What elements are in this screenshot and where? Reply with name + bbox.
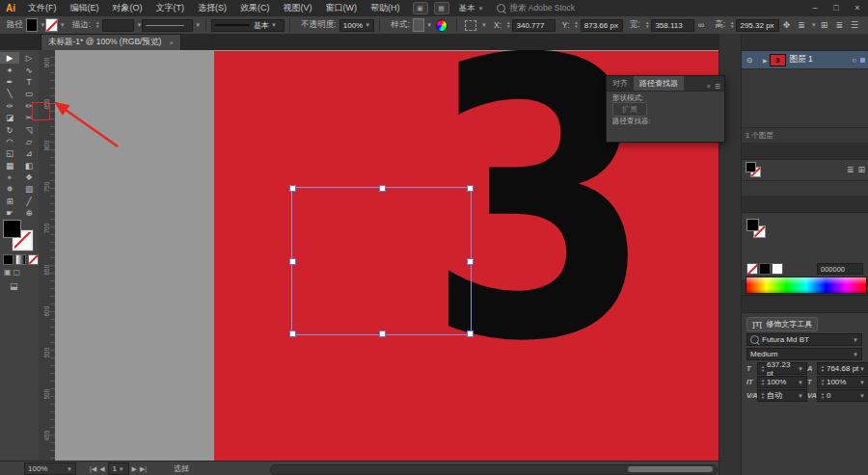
direct-selection-tool[interactable]: ▷: [19, 52, 39, 64]
draw-mode-buttons[interactable]: ▣▢: [4, 268, 22, 277]
horizontal-scrollbar[interactable]: [270, 464, 718, 475]
layer-selection-indicator[interactable]: [860, 58, 865, 63]
font-family-field[interactable]: Futura Md BT▼: [746, 333, 862, 346]
shape-builder-tool[interactable]: ◱: [0, 147, 19, 159]
lasso-tool[interactable]: ∿: [19, 64, 39, 75]
previous-artboard-icon[interactable]: ◀: [99, 465, 104, 473]
constrain-proportions-icon[interactable]: ∞: [698, 20, 704, 30]
transform-shortcut-icon[interactable]: ✥: [783, 20, 791, 30]
white-chip[interactable]: [772, 263, 783, 275]
rotate-tool[interactable]: ↻: [0, 123, 19, 135]
line-segment-tool[interactable]: ╲: [0, 88, 19, 99]
scrollbar-thumb[interactable]: [628, 466, 713, 472]
x-field[interactable]: 340.777: [512, 19, 555, 32]
stroke-weight-field[interactable]: [102, 19, 135, 32]
paintbrush-tool[interactable]: ✑: [0, 100, 19, 112]
select-similar-icon[interactable]: ⊞: [821, 20, 828, 30]
hand-tool[interactable]: ☛: [0, 207, 19, 219]
menubar-item-4[interactable]: 选择(S): [191, 0, 233, 16]
minimize-button[interactable]: –: [804, 0, 826, 16]
blend-tool[interactable]: ❖: [19, 172, 39, 183]
layer-target-icon[interactable]: ○: [852, 56, 856, 65]
scale-tool[interactable]: ◹: [19, 123, 39, 135]
mesh-tool[interactable]: ▦: [0, 160, 19, 172]
expand-button[interactable]: 扩展: [612, 102, 647, 117]
selection-handle[interactable]: [379, 330, 386, 337]
stock-search[interactable]: 搜索 Adobe Stock: [497, 3, 575, 14]
fill-color-well[interactable]: [26, 18, 38, 32]
panel-menu-icon[interactable]: ☰: [715, 83, 720, 91]
selection-handle[interactable]: [379, 185, 386, 192]
none-button[interactable]: [28, 254, 39, 265]
artboard-number-field[interactable]: 1▼: [108, 462, 129, 475]
isolate-selection-icon[interactable]: [465, 20, 476, 31]
grid-view-icon[interactable]: ⊞: [857, 165, 865, 174]
layer-row[interactable]: ⊙ ▶ 3 图层 1 ○: [742, 51, 868, 69]
workspace-switcher[interactable]: 基本 ▼: [459, 3, 484, 14]
stroke-stepper[interactable]: ▲▼: [95, 21, 99, 29]
collapse-icon[interactable]: «: [707, 83, 711, 91]
bridge-icon[interactable]: ▣: [413, 2, 428, 14]
next-artboard-icon[interactable]: ▶: [132, 465, 137, 473]
none-chip[interactable]: [746, 263, 758, 275]
y-stepper[interactable]: ▲▼: [574, 21, 578, 29]
leading-field[interactable]: ▲▼ 764.68 pt▼: [817, 362, 868, 375]
close-tab-icon[interactable]: ×: [169, 39, 174, 47]
stroke-color-well[interactable]: [45, 18, 57, 32]
color-fill-stroke-indicator[interactable]: [746, 219, 766, 238]
font-size-field[interactable]: ▲▼ 637.23 pt▼: [757, 362, 807, 375]
rectangle-tool[interactable]: ▭: [19, 88, 39, 99]
x-stepper[interactable]: ▲▼: [506, 21, 510, 29]
zoom-tool[interactable]: ⊕: [19, 207, 39, 219]
slice-tool[interactable]: ╱: [19, 196, 39, 207]
gradient-button[interactable]: [15, 254, 26, 265]
touch-type-tool-button[interactable]: ]T[ 修饰文字工具: [746, 317, 818, 331]
magic-wand-tool[interactable]: ✦: [0, 64, 19, 75]
width-field[interactable]: 358.113: [651, 19, 693, 32]
selection-handle[interactable]: [467, 330, 474, 337]
kerning-field[interactable]: ▲▼ 自动▼: [757, 389, 807, 402]
control-panel-menu-icon[interactable]: ☰: [851, 20, 858, 30]
type-tool[interactable]: T: [19, 76, 39, 88]
align-shortcut-icon[interactable]: ≣: [798, 20, 805, 30]
expand-layer-icon[interactable]: ▶: [763, 57, 768, 64]
menubar-item-6[interactable]: 视图(V): [277, 0, 319, 16]
close-button[interactable]: ×: [847, 0, 868, 16]
black-chip[interactable]: [759, 263, 771, 275]
document-tab[interactable]: 未标题-1* @ 100% (RGB/预览) ×: [41, 34, 181, 50]
visibility-eye-icon[interactable]: ⊙: [742, 56, 757, 65]
perspective-grid-tool[interactable]: ⊿: [19, 147, 39, 159]
screen-mode-button[interactable]: ⬓: [10, 281, 18, 291]
tab-pathfinder[interactable]: 路径查找器: [634, 76, 684, 91]
style-swatch[interactable]: [413, 18, 424, 32]
y-field[interactable]: 873.66 px: [581, 19, 623, 32]
recolor-artwork-icon[interactable]: [436, 19, 448, 32]
selection-handle[interactable]: [467, 258, 474, 265]
selection-bounding-box[interactable]: [291, 187, 472, 335]
menubar-item-8[interactable]: 帮助(H): [364, 0, 407, 16]
tracking-field[interactable]: ▲▼ 0▼: [817, 389, 868, 402]
selection-handle[interactable]: [289, 330, 296, 337]
panel-dock-icon[interactable]: ≣: [835, 20, 843, 30]
list-view-icon[interactable]: ≣: [847, 165, 854, 174]
tab-align[interactable]: 对齐: [607, 76, 634, 91]
symbol-sprayer-tool[interactable]: ✵: [0, 183, 19, 195]
menubar-item-0[interactable]: 文件(F): [21, 0, 64, 16]
selection-handle[interactable]: [289, 185, 296, 192]
eyedropper-tool[interactable]: ⌖: [0, 172, 19, 183]
eraser-tool[interactable]: ◪: [0, 112, 19, 123]
gradient-tool[interactable]: ◧: [19, 160, 39, 172]
menubar-item-7[interactable]: 窗口(W): [319, 0, 365, 16]
pen-tool[interactable]: ✒: [0, 76, 19, 88]
maximize-button[interactable]: □: [826, 0, 847, 16]
width-tool[interactable]: ◠: [0, 136, 19, 147]
menubar-item-5[interactable]: 效果(C): [233, 0, 277, 16]
opacity-field[interactable]: 100%▼: [339, 19, 374, 32]
height-stepper[interactable]: ▲▼: [730, 21, 734, 29]
horizontal-scale-field[interactable]: ▲▼ 100%▼: [817, 376, 868, 388]
mini-fill-stroke-indicator[interactable]: [746, 162, 761, 176]
first-artboard-icon[interactable]: |◀: [90, 465, 96, 473]
fill-swatch[interactable]: [3, 220, 21, 238]
menubar-item-3[interactable]: 文字(T): [149, 0, 192, 16]
color-spectrum-bar[interactable]: [746, 277, 867, 294]
